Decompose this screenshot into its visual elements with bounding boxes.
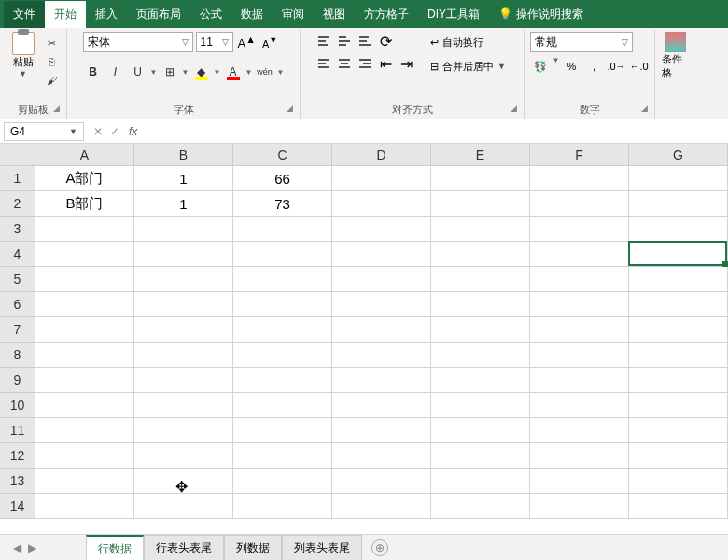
cell-A5[interactable]	[35, 267, 134, 292]
menu-review[interactable]: 审阅	[273, 1, 314, 28]
cell-E12[interactable]	[431, 443, 530, 469]
sheet-tab-1[interactable]: 行表头表尾	[144, 535, 224, 561]
cell-A12[interactable]	[35, 443, 134, 469]
menu-file[interactable]: 文件	[4, 1, 45, 28]
cell-D1[interactable]	[332, 166, 431, 191]
currency-button[interactable]: 💱	[530, 56, 551, 77]
menu-view[interactable]: 视图	[314, 1, 355, 28]
menu-insert[interactable]: 插入	[86, 1, 127, 28]
cell-A9[interactable]	[35, 368, 134, 393]
cell-A3[interactable]	[35, 217, 134, 242]
column-header-E[interactable]: E	[431, 144, 530, 166]
cell-A2[interactable]: B部门	[35, 191, 134, 217]
decrease-font-button[interactable]: A▼	[260, 35, 279, 49]
cell-B12[interactable]	[134, 443, 233, 469]
column-header-A[interactable]: A	[35, 144, 134, 166]
number-dialog-launcher[interactable]: ◢	[641, 104, 652, 115]
chevron-down-icon[interactable]: ▼	[553, 56, 560, 77]
row-header-3[interactable]: 3	[0, 217, 35, 242]
conditional-formatting-button[interactable]: 条件格	[662, 32, 690, 80]
sheet-nav-prev[interactable]: ◀	[9, 541, 24, 554]
tell-me[interactable]: 💡 操作说明搜索	[498, 7, 583, 22]
increase-indent-button[interactable]: ⇥	[397, 54, 415, 73]
menu-home[interactable]: 开始	[45, 1, 86, 28]
cell-C8[interactable]	[233, 343, 332, 368]
italic-button[interactable]: I	[105, 62, 126, 82]
cell-C11[interactable]	[233, 418, 332, 443]
cell-D4[interactable]	[332, 242, 431, 267]
cell-A4[interactable]	[35, 242, 134, 267]
cell-E3[interactable]	[431, 217, 530, 242]
name-box[interactable]: G4 ▼	[4, 122, 84, 141]
clipboard-dialog-launcher[interactable]: ◢	[53, 104, 64, 115]
cell-E7[interactable]	[431, 317, 530, 343]
cell-F10[interactable]	[530, 393, 629, 418]
select-all-corner[interactable]	[0, 144, 35, 166]
phonetic-button[interactable]: wén	[255, 62, 275, 82]
cell-G11[interactable]	[629, 418, 728, 443]
cells-area[interactable]: A部门166B部门173	[35, 166, 728, 519]
cell-D11[interactable]	[332, 418, 431, 443]
cancel-formula-button[interactable]: ✕	[93, 125, 103, 138]
cell-B6[interactable]	[134, 292, 233, 317]
cell-C4[interactable]	[233, 242, 332, 267]
cell-C9[interactable]	[233, 368, 332, 393]
menu-diy[interactable]: DIY工具箱	[418, 1, 489, 28]
cell-C10[interactable]	[233, 393, 332, 418]
row-header-9[interactable]: 9	[0, 368, 35, 393]
cell-F11[interactable]	[530, 418, 629, 443]
cell-D8[interactable]	[332, 343, 431, 368]
cell-B4[interactable]	[134, 242, 233, 267]
fill-color-button[interactable]: ◆	[191, 62, 212, 82]
font-size-select[interactable]: 11 ▽	[196, 32, 233, 52]
increase-decimal-button[interactable]: .0→	[607, 56, 627, 77]
wrap-text-button[interactable]: ↩ 自动换行	[427, 32, 510, 52]
cell-C2[interactable]: 73	[233, 191, 332, 217]
cell-G6[interactable]	[629, 292, 728, 317]
font-color-button[interactable]: A	[223, 62, 244, 82]
align-middle-button[interactable]	[335, 32, 354, 50]
underline-button[interactable]: U	[128, 62, 148, 82]
cell-D2[interactable]	[332, 191, 431, 217]
cell-C7[interactable]	[233, 317, 332, 343]
increase-font-button[interactable]: A▲	[236, 34, 258, 50]
confirm-formula-button[interactable]: ✓	[110, 125, 119, 138]
cell-G13[interactable]	[629, 469, 728, 494]
cell-B3[interactable]	[134, 217, 233, 242]
chevron-down-icon[interactable]: ▼	[182, 68, 189, 77]
cell-A14[interactable]	[35, 494, 134, 519]
row-header-10[interactable]: 10	[0, 393, 35, 418]
cell-G8[interactable]	[629, 343, 728, 368]
cell-A8[interactable]	[35, 343, 134, 368]
cell-C6[interactable]	[233, 292, 332, 317]
format-painter-button[interactable]: 🖌	[44, 73, 61, 88]
row-header-12[interactable]: 12	[0, 443, 35, 469]
cell-A6[interactable]	[35, 292, 134, 317]
cell-F7[interactable]	[530, 317, 629, 343]
sheet-tab-2[interactable]: 列数据	[224, 535, 282, 561]
alignment-dialog-launcher[interactable]: ◢	[511, 104, 522, 115]
cell-G3[interactable]	[629, 217, 728, 242]
cell-E9[interactable]	[431, 368, 530, 393]
align-center-button[interactable]	[335, 54, 354, 73]
cell-C14[interactable]	[233, 494, 332, 519]
font-dialog-launcher[interactable]: ◢	[287, 104, 298, 115]
cell-F14[interactable]	[530, 494, 629, 519]
column-header-F[interactable]: F	[530, 144, 629, 166]
row-header-4[interactable]: 4	[0, 242, 35, 267]
cell-G10[interactable]	[629, 393, 728, 418]
cell-A7[interactable]	[35, 317, 134, 343]
comma-button[interactable]: ,	[584, 56, 605, 77]
cell-D5[interactable]	[332, 267, 431, 292]
cell-D10[interactable]	[332, 393, 431, 418]
cell-A13[interactable]	[35, 469, 134, 494]
cell-B9[interactable]	[134, 368, 233, 393]
cell-E14[interactable]	[431, 494, 530, 519]
cell-C1[interactable]: 66	[233, 166, 332, 191]
paste-button[interactable]: 粘贴 ▼	[7, 32, 40, 78]
sheet-tab-0[interactable]: 行数据	[86, 535, 144, 561]
cell-D3[interactable]	[332, 217, 431, 242]
cell-E6[interactable]	[431, 292, 530, 317]
number-format-select[interactable]: 常规 ▽	[530, 32, 633, 52]
row-header-14[interactable]: 14	[0, 494, 35, 519]
